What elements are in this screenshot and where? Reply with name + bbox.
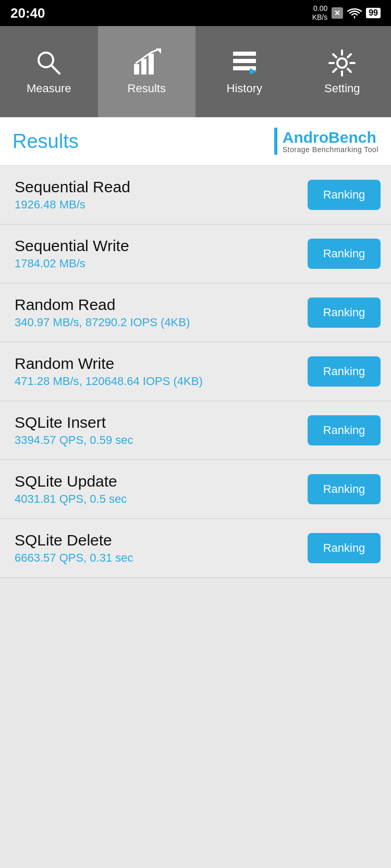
- page-header: Results AndroBench Storage Benchmarking …: [0, 117, 391, 166]
- result-item: SQLite Delete 6663.57 QPS, 0.31 sec Rank…: [0, 519, 391, 578]
- network-speed: 0.00KB/s: [312, 4, 328, 22]
- x-icon: ✕: [332, 7, 343, 19]
- result-item: Sequential Write 1784.02 MB/s Ranking: [0, 225, 391, 283]
- result-item: Random Read 340.97 MB/s, 87290.2 IOPS (4…: [0, 283, 391, 342]
- result-name: Random Read: [15, 296, 308, 314]
- result-info: SQLite Delete 6663.57 QPS, 0.31 sec: [15, 531, 308, 565]
- svg-point-13: [337, 58, 347, 68]
- result-name: Sequential Write: [15, 237, 308, 255]
- ranking-button[interactable]: Ranking: [308, 415, 381, 445]
- result-value: 4031.81 QPS, 0.5 sec: [15, 492, 308, 506]
- tab-results-label: Results: [128, 82, 166, 95]
- results-list: Sequential Read 1926.48 MB/s Ranking Seq…: [0, 166, 391, 578]
- svg-line-3: [51, 65, 59, 73]
- status-icons: 0.00KB/s ✕ 99: [312, 4, 381, 22]
- svg-rect-6: [149, 54, 154, 75]
- result-info: Random Write 471.28 MB/s, 120648.64 IOPS…: [15, 355, 308, 388]
- tab-measure-label: Measure: [27, 82, 71, 95]
- result-name: SQLite Delete: [15, 531, 308, 549]
- tab-history[interactable]: History: [196, 26, 294, 117]
- tab-measure[interactable]: Measure: [0, 26, 98, 117]
- search-icon: [34, 48, 64, 78]
- result-info: Random Read 340.97 MB/s, 87290.2 IOPS (4…: [15, 296, 308, 329]
- svg-rect-4: [134, 64, 139, 75]
- ranking-button[interactable]: Ranking: [308, 297, 381, 328]
- ranking-button[interactable]: Ranking: [308, 356, 381, 387]
- tab-history-label: History: [227, 82, 262, 95]
- result-name: SQLite Update: [15, 473, 308, 490]
- brand-bar: [274, 128, 277, 155]
- result-value: 471.28 MB/s, 120648.64 IOPS (4KB): [15, 375, 308, 388]
- ranking-button[interactable]: Ranking: [308, 533, 381, 563]
- brand-text: AndroBench Storage Benchmarking Tool: [283, 129, 378, 154]
- result-value: 6663.57 QPS, 0.31 sec: [15, 551, 308, 565]
- svg-line-19: [348, 69, 351, 72]
- result-info: Sequential Write 1784.02 MB/s: [15, 237, 308, 270]
- result-item: SQLite Update 4031.81 QPS, 0.5 sec Ranki…: [0, 460, 391, 519]
- result-info: SQLite Update 4031.81 QPS, 0.5 sec: [15, 473, 308, 506]
- result-value: 340.97 MB/s, 87290.2 IOPS (4KB): [15, 316, 308, 329]
- result-info: Sequential Read 1926.48 MB/s: [15, 178, 308, 212]
- ranking-button[interactable]: Ranking: [308, 239, 381, 269]
- svg-text:✕: ✕: [334, 9, 340, 17]
- result-value: 1784.02 MB/s: [15, 257, 308, 270]
- wifi-icon: [347, 7, 362, 19]
- result-name: Random Write: [15, 355, 308, 373]
- tab-results[interactable]: Results: [98, 26, 196, 117]
- result-item: Sequential Read 1926.48 MB/s Ranking: [0, 166, 391, 225]
- svg-line-21: [333, 69, 336, 72]
- tab-setting-label: Setting: [324, 82, 360, 95]
- page-title: Results: [13, 130, 79, 153]
- svg-line-18: [333, 54, 336, 57]
- result-value: 1926.48 MB/s: [15, 198, 308, 212]
- tab-setting[interactable]: Setting: [294, 26, 392, 117]
- brand-name: AndroBench: [283, 129, 378, 146]
- status-bar: 20:40 0.00KB/s ✕ 99: [0, 0, 391, 26]
- svg-rect-5: [141, 59, 146, 75]
- svg-rect-9: [233, 59, 256, 63]
- svg-rect-8: [233, 52, 256, 56]
- brand-logo: AndroBench Storage Benchmarking Tool: [274, 128, 378, 155]
- brand-name-part1: Andro: [283, 129, 328, 146]
- result-info: SQLite Insert 3394.57 QPS, 0.59 sec: [15, 414, 308, 447]
- ranking-button[interactable]: Ranking: [308, 180, 381, 210]
- svg-marker-7: [156, 48, 161, 54]
- gear-icon: [327, 48, 357, 78]
- chart-icon: [132, 48, 161, 78]
- brand-sub: Storage Benchmarking Tool: [283, 146, 378, 154]
- result-name: SQLite Insert: [15, 414, 308, 431]
- brand-name-part2: Bench: [328, 129, 376, 146]
- ranking-button[interactable]: Ranking: [308, 474, 381, 504]
- result-value: 3394.57 QPS, 0.59 sec: [15, 433, 308, 447]
- result-item: Random Write 471.28 MB/s, 120648.64 IOPS…: [0, 342, 391, 401]
- battery-level: 99: [366, 8, 381, 18]
- svg-line-20: [348, 54, 351, 57]
- history-icon: [230, 48, 259, 78]
- result-name: Sequential Read: [15, 178, 308, 196]
- result-item: SQLite Insert 3394.57 QPS, 0.59 sec Rank…: [0, 401, 391, 460]
- nav-tabs: Measure Results History: [0, 26, 391, 117]
- status-time: 20:40: [10, 5, 45, 21]
